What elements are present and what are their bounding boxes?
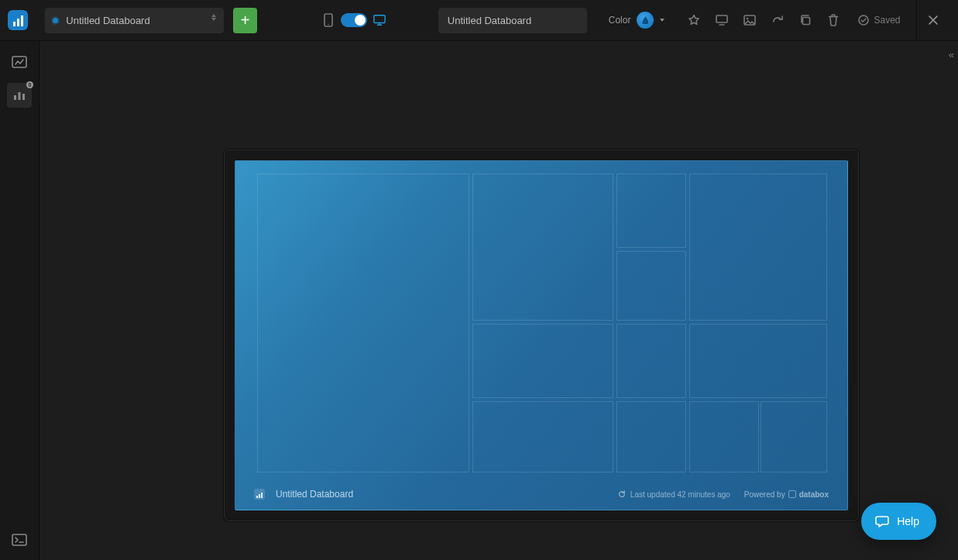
plus-icon: + <box>241 12 250 28</box>
powered-by: Powered by databox <box>744 490 829 499</box>
updown-icon <box>211 14 216 21</box>
tiny-logo-icon <box>254 489 265 500</box>
svg-rect-15 <box>12 534 26 545</box>
rail-metrics[interactable]: 0 <box>7 83 32 108</box>
last-updated-label: Last updated 42 minutes ago <box>630 490 730 499</box>
saved-label: Saved <box>874 15 900 26</box>
help-button[interactable]: Help <box>861 503 936 540</box>
refresh-icon[interactable] <box>618 490 626 498</box>
app-logo[interactable] <box>0 0 36 41</box>
svg-point-8 <box>747 18 749 20</box>
chat-icon <box>875 514 889 528</box>
grid-slot[interactable] <box>257 173 469 472</box>
collapse-right-panel[interactable]: « <box>949 49 952 60</box>
toggle-knob <box>355 15 366 26</box>
rail-visualizations[interactable] <box>7 50 32 75</box>
duplicate-icon[interactable] <box>799 14 812 26</box>
grid-slot[interactable] <box>689 173 827 321</box>
grid-slot[interactable] <box>689 401 759 472</box>
saved-indicator: Saved <box>858 15 900 26</box>
databox-mark-icon <box>788 490 796 498</box>
droplet-icon <box>642 16 648 24</box>
chevron-down-icon[interactable] <box>660 19 664 22</box>
databoard-selector-label: Untitled Databoard <box>66 15 149 26</box>
powered-by-brand: databox <box>799 490 829 499</box>
svg-rect-2 <box>374 15 385 23</box>
svg-rect-12 <box>14 95 16 100</box>
databoard-canvas[interactable]: Untitled Databoard Last updated 42 minut… <box>235 160 848 510</box>
svg-point-1 <box>328 24 329 26</box>
grid-slot[interactable] <box>472 401 613 472</box>
databoard-name-input[interactable] <box>438 8 587 33</box>
close-icon <box>927 14 939 26</box>
grid-slot[interactable] <box>616 324 686 398</box>
color-swatch-button[interactable] <box>637 12 654 29</box>
image-icon[interactable] <box>743 14 756 26</box>
help-label: Help <box>897 515 919 527</box>
grid-slot[interactable] <box>616 173 686 248</box>
color-label: Color <box>609 15 631 26</box>
grid-slot[interactable] <box>616 401 686 472</box>
phone-icon[interactable] <box>322 14 335 26</box>
chevrons-left-icon: « <box>949 49 952 60</box>
trash-icon[interactable] <box>827 14 840 26</box>
check-circle-icon <box>858 15 869 26</box>
add-databoard-button[interactable]: + <box>233 8 257 33</box>
close-button[interactable] <box>916 0 951 41</box>
rail-terminal[interactable] <box>7 527 32 552</box>
databoard-frame: Untitled Databoard Last updated 42 minut… <box>224 149 859 521</box>
svg-rect-13 <box>19 92 21 100</box>
board-title: Untitled Databoard <box>276 489 353 500</box>
topbar: Untitled Databoard + Color <box>0 0 958 41</box>
grid-slot[interactable] <box>616 251 686 321</box>
svg-rect-5 <box>716 15 727 22</box>
monitor-icon[interactable] <box>373 14 386 26</box>
star-icon[interactable] <box>688 14 700 26</box>
svg-rect-9 <box>803 18 810 25</box>
color-picker-group: Color <box>609 12 665 29</box>
device-toggle[interactable] <box>341 13 367 27</box>
screen-icon[interactable] <box>716 14 728 26</box>
grid-slot[interactable] <box>472 173 613 321</box>
board-footer: Untitled Databoard Last updated 42 minut… <box>235 479 847 510</box>
svg-rect-14 <box>22 94 25 100</box>
grid-slot[interactable] <box>689 324 827 398</box>
body: 0 « <box>0 41 958 560</box>
databoard-selector[interactable]: Untitled Databoard <box>45 8 224 33</box>
rail-badge: 0 <box>26 81 33 88</box>
grid-slot[interactable] <box>472 324 613 398</box>
canvas-area[interactable]: « <box>39 41 958 560</box>
grid-zone[interactable] <box>257 173 826 472</box>
left-rail: 0 <box>0 41 39 560</box>
powered-by-prefix: Powered by <box>744 490 785 499</box>
device-toggle-group <box>322 13 386 27</box>
toolbar-icons <box>688 14 840 26</box>
color-dot-icon <box>53 18 58 23</box>
redo-icon[interactable] <box>771 14 784 26</box>
databox-logo-icon <box>8 10 28 30</box>
grid-slot[interactable] <box>761 401 827 472</box>
